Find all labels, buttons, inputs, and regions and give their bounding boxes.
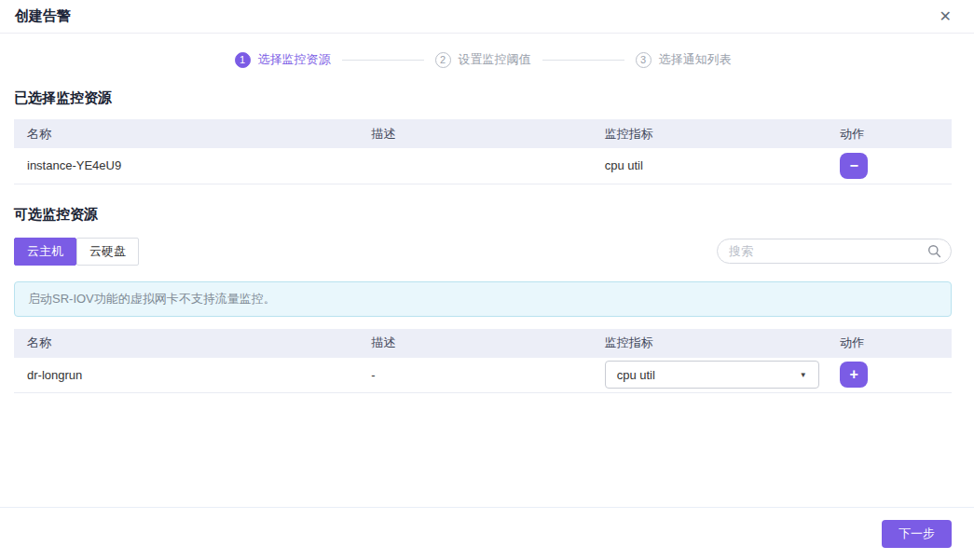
remove-resource-button[interactable]: − xyxy=(840,153,868,179)
col-header-description: 描述 xyxy=(358,119,591,148)
cell-description xyxy=(358,148,591,184)
table-row: instance-YE4eU9 cpu util − xyxy=(14,148,952,184)
add-resource-button[interactable]: + xyxy=(840,362,868,388)
search-icon xyxy=(927,244,941,258)
available-resources-heading: 可选监控资源 xyxy=(14,206,952,224)
cell-name: dr-longrun xyxy=(14,358,358,393)
step-3-label: 选择通知列表 xyxy=(659,51,732,68)
step-connector xyxy=(542,60,624,61)
step-set-threshold: 2 设置监控阈值 xyxy=(435,51,531,68)
table-row: dr-longrun - cpu util ▼ + xyxy=(14,358,952,393)
step-3-number: 3 xyxy=(636,52,652,68)
tab-cloud-host[interactable]: 云主机 xyxy=(14,238,76,266)
cell-metric: cpu util xyxy=(592,148,828,184)
col-header-name: 名称 xyxy=(14,119,358,148)
metric-select-value: cpu util xyxy=(617,368,655,382)
step-2-label: 设置监控阈值 xyxy=(459,51,531,68)
dialog-footer: 下一步 xyxy=(0,507,974,560)
dialog-header: 创建告警 ✕ xyxy=(0,0,974,34)
step-1-number: 1 xyxy=(235,52,251,68)
available-resources-table: 名称 描述 监控指标 动作 dr-longrun - cpu util ▼ xyxy=(14,329,952,394)
minus-icon: − xyxy=(850,158,858,173)
plus-icon: + xyxy=(850,367,858,382)
step-connector xyxy=(342,60,424,61)
col-header-name: 名称 xyxy=(14,329,358,358)
step-2-number: 2 xyxy=(435,52,451,68)
col-header-metric: 监控指标 xyxy=(592,329,828,358)
notice-text: 启动SR-IOV功能的虚拟网卡不支持流量监控。 xyxy=(28,292,276,306)
cell-description: - xyxy=(358,358,591,393)
step-select-resource: 1 选择监控资源 xyxy=(235,51,331,68)
table-header-row: 名称 描述 监控指标 动作 xyxy=(14,119,952,148)
col-header-description: 描述 xyxy=(358,329,591,358)
stepper: 1 选择监控资源 2 设置监控阈值 3 选择通知列表 xyxy=(14,51,952,68)
dialog-title: 创建告警 xyxy=(15,7,71,25)
notice-banner: 启动SR-IOV功能的虚拟网卡不支持流量监控。 xyxy=(14,281,952,317)
col-header-metric: 监控指标 xyxy=(592,119,828,148)
col-header-action: 动作 xyxy=(827,119,952,148)
search-input[interactable] xyxy=(717,239,952,264)
selected-resources-table: 名称 描述 监控指标 动作 instance-YE4eU9 cpu util − xyxy=(14,119,952,184)
metric-select[interactable]: cpu util ▼ xyxy=(605,361,819,389)
close-icon[interactable]: ✕ xyxy=(940,9,952,24)
step-1-label: 选择监控资源 xyxy=(258,51,331,68)
step-select-notification: 3 选择通知列表 xyxy=(636,51,732,68)
create-alarm-dialog: 创建告警 ✕ 1 选择监控资源 2 设置监控阈值 3 选择通知列表 已选择监控资… xyxy=(0,0,974,560)
search-box xyxy=(717,239,952,264)
cell-name: instance-YE4eU9 xyxy=(14,148,358,184)
selected-resources-heading: 已选择监控资源 xyxy=(14,89,952,107)
resource-type-tabs: 云主机 云硬盘 xyxy=(14,238,139,266)
dropdown-arrow-icon: ▼ xyxy=(800,371,807,379)
col-header-action: 动作 xyxy=(827,329,952,358)
table-header-row: 名称 描述 监控指标 动作 xyxy=(14,329,952,358)
next-step-button[interactable]: 下一步 xyxy=(882,520,952,548)
tab-cloud-disk[interactable]: 云硬盘 xyxy=(76,238,139,266)
